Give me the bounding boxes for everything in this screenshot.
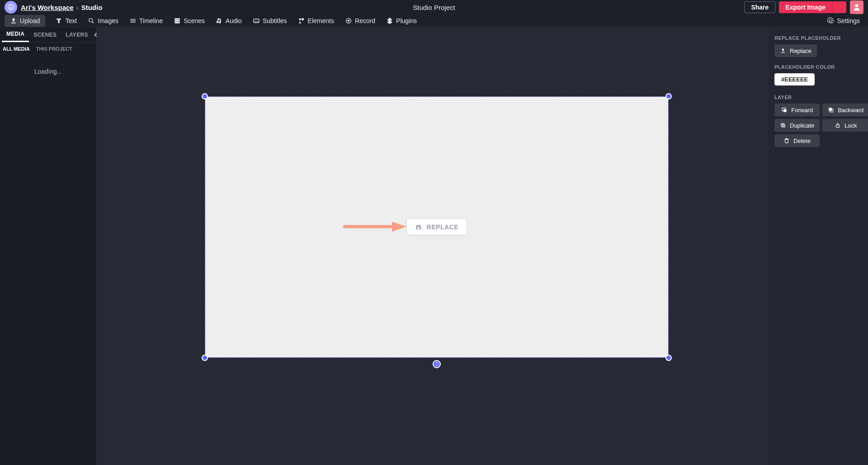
plugins-icon	[386, 17, 393, 24]
audio-tool[interactable]: Audio	[210, 14, 247, 27]
duplicate-label: Duplicate	[790, 122, 814, 129]
svg-point-3	[855, 4, 859, 7]
lock-label: Lock	[844, 122, 857, 129]
share-button[interactable]: Share	[744, 1, 775, 13]
svg-rect-18	[836, 125, 840, 127]
settings-button[interactable]: Settings	[823, 14, 863, 27]
svg-rect-5	[254, 19, 259, 23]
record-tool[interactable]: Record	[340, 14, 381, 27]
chevron-down-icon	[839, 4, 840, 11]
audio-label: Audio	[226, 17, 242, 24]
resize-handle-tr[interactable]	[665, 93, 672, 100]
rotate-handle[interactable]	[433, 360, 441, 368]
subtab-all-media[interactable]: ALL MEDIA	[3, 46, 30, 52]
gear-icon	[827, 17, 834, 24]
upload-icon	[780, 47, 786, 54]
svg-point-1	[9, 6, 10, 7]
upload-label: Upload	[20, 17, 40, 24]
user-avatar[interactable]	[850, 0, 863, 14]
trash-icon	[783, 138, 790, 144]
canvas-area[interactable]: REPLACE	[97, 27, 768, 465]
elements-label: Elements	[308, 17, 334, 24]
subtab-this-project[interactable]: THIS PROJECT	[36, 46, 72, 52]
section-placeholder-color: PLACEHOLDER COLOR	[774, 64, 862, 70]
layer-delete-button[interactable]: Delete	[774, 134, 820, 147]
svg-point-9	[348, 20, 349, 22]
svg-point-4	[89, 18, 93, 22]
export-button[interactable]: Export Image	[779, 1, 832, 13]
images-tool[interactable]: Images	[82, 14, 124, 27]
svg-point-0	[8, 4, 14, 11]
elements-icon	[298, 17, 305, 24]
resize-handle-br[interactable]	[665, 355, 672, 361]
plugins-tool[interactable]: Plugins	[381, 14, 422, 27]
left-panel-subtabs: ALL MEDIA THIS PROJECT	[0, 43, 96, 53]
media-list-body: Loading...	[0, 53, 96, 465]
layer-forward-button[interactable]: Forward	[774, 104, 820, 116]
scenes-icon	[174, 17, 181, 24]
resize-handle-tl[interactable]	[202, 93, 208, 100]
inspector-panel: REPLACE PLACEHOLDER Replace PLACEHOLDER …	[768, 27, 868, 465]
audio-icon	[216, 17, 223, 24]
svg-rect-15	[829, 108, 832, 111]
export-dropdown-button[interactable]	[832, 1, 846, 13]
scenes-tool[interactable]: Scenes	[168, 14, 210, 27]
rotate-icon	[434, 362, 439, 366]
bring-forward-icon	[781, 107, 788, 113]
search-icon	[88, 17, 95, 24]
record-label: Record	[355, 17, 375, 24]
forward-label: Forward	[791, 107, 813, 114]
workspace-avatar[interactable]	[5, 1, 17, 14]
project-title[interactable]: Studio Project	[413, 4, 455, 11]
breadcrumb-separator: ›	[76, 4, 79, 11]
user-icon	[852, 3, 861, 12]
backward-label: Backward	[838, 107, 863, 114]
text-label: Text	[65, 17, 77, 24]
loading-text: Loading...	[34, 68, 62, 75]
upload-button[interactable]: Upload	[5, 15, 45, 27]
replace-button[interactable]: Replace	[774, 44, 817, 57]
main-toolbar: Upload Text Images Timeline Scenes Audio…	[0, 14, 868, 27]
timeline-label: Timeline	[139, 17, 163, 24]
placeholder-element[interactable]: REPLACE	[205, 97, 668, 357]
lock-icon	[835, 122, 841, 128]
replace-chip[interactable]: REPLACE	[407, 219, 467, 235]
send-backward-icon	[828, 107, 834, 113]
left-panel-tabs: MEDIA SCENES LAYERS	[0, 27, 96, 43]
svg-point-6	[299, 18, 301, 20]
layer-lock-button[interactable]: Lock	[822, 119, 868, 132]
svg-point-2	[11, 6, 12, 7]
app-header: Ari's Workspace › Studio Studio Project …	[0, 0, 868, 14]
settings-label: Settings	[837, 17, 860, 24]
resize-handle-bl[interactable]	[202, 355, 208, 361]
camera-icon	[415, 223, 422, 231]
studio-label: Studio	[81, 4, 103, 11]
subtitles-icon	[253, 17, 260, 24]
plugins-label: Plugins	[396, 17, 417, 24]
timeline-tool[interactable]: Timeline	[124, 14, 168, 27]
layer-duplicate-button[interactable]: Duplicate	[774, 119, 820, 132]
section-layer: LAYER	[774, 95, 862, 100]
section-replace-placeholder: REPLACE PLACEHOLDER	[774, 35, 862, 41]
breadcrumb: Ari's Workspace › Studio	[21, 4, 102, 11]
workspace-link[interactable]: Ari's Workspace	[21, 4, 74, 11]
text-tool[interactable]: Text	[50, 14, 82, 27]
svg-rect-13	[784, 109, 787, 112]
text-icon	[55, 17, 62, 24]
subtitles-label: Subtitles	[263, 17, 287, 24]
layer-backward-button[interactable]: Backward	[822, 104, 868, 116]
replace-button-label: Replace	[790, 47, 811, 54]
elements-tool[interactable]: Elements	[292, 14, 340, 27]
tab-layers[interactable]: LAYERS	[61, 27, 92, 42]
scenes-label: Scenes	[184, 17, 205, 24]
tab-media[interactable]: MEDIA	[2, 27, 29, 42]
delete-label: Delete	[793, 138, 811, 144]
upload-icon	[10, 17, 17, 24]
record-icon	[345, 17, 352, 24]
timeline-icon	[129, 17, 137, 24]
duplicate-icon	[780, 122, 786, 128]
subtitles-tool[interactable]: Subtitles	[247, 14, 292, 27]
tab-scenes[interactable]: SCENES	[29, 27, 61, 42]
left-panel: MEDIA SCENES LAYERS ALL MEDIA THIS PROJE…	[0, 27, 97, 465]
color-value-chip[interactable]: #EEEEEE	[774, 73, 815, 85]
